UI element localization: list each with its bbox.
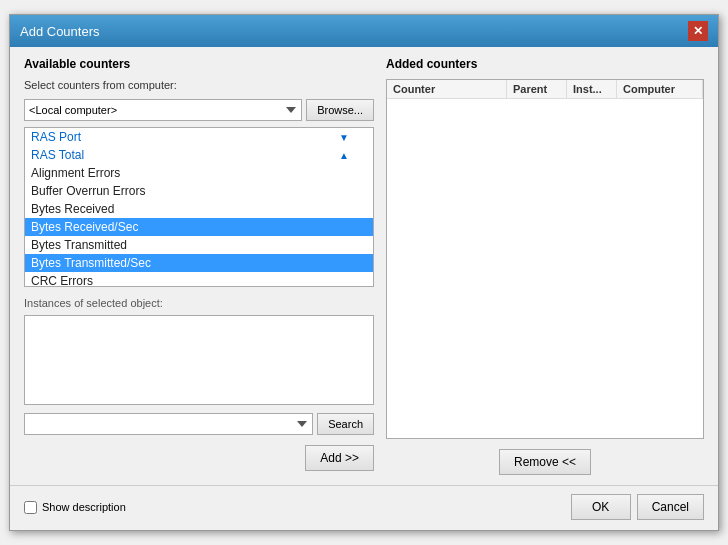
counter-item-bytes-transmitted[interactable]: Bytes Transmitted: [25, 236, 373, 254]
added-counters-table: Counter Parent Inst... Computer: [386, 79, 704, 439]
counter-item-bytes-transmitted-sec[interactable]: Bytes Transmitted/Sec: [25, 254, 373, 272]
computer-row: <Local computer> Browse...: [24, 99, 374, 121]
show-description-checkbox[interactable]: [24, 501, 37, 514]
dialog-title: Add Counters: [20, 24, 100, 39]
table-body: [387, 99, 703, 438]
counter-group-ras-port[interactable]: RAS Port ▼: [25, 128, 373, 146]
col-computer: Computer: [617, 80, 703, 98]
search-button[interactable]: Search: [317, 413, 374, 435]
instances-label: Instances of selected object:: [24, 297, 374, 309]
add-button[interactable]: Add >>: [305, 445, 374, 471]
counters-list[interactable]: RAS Port ▼ RAS Total ▲ Alignment Errors …: [24, 127, 374, 287]
show-description-row: Show description: [24, 501, 126, 514]
cancel-button[interactable]: Cancel: [637, 494, 704, 520]
counter-item-alignment-errors[interactable]: Alignment Errors: [25, 164, 373, 182]
counter-group-ras-total[interactable]: RAS Total ▲: [25, 146, 373, 164]
add-counters-dialog: Add Counters ✕ Available counters Select…: [9, 14, 719, 531]
counter-item-bytes-received[interactable]: Bytes Received: [25, 200, 373, 218]
footer-buttons: OK Cancel: [571, 494, 704, 520]
added-counters-title: Added counters: [386, 57, 704, 71]
remove-button[interactable]: Remove <<: [499, 449, 591, 475]
col-instance: Inst...: [567, 80, 617, 98]
browse-button[interactable]: Browse...: [306, 99, 374, 121]
col-counter: Counter: [387, 80, 507, 98]
instances-box[interactable]: [24, 315, 374, 405]
show-description-label[interactable]: Show description: [42, 501, 126, 513]
dialog-content: Available counters Select counters from …: [10, 47, 718, 485]
col-parent: Parent: [507, 80, 567, 98]
table-header: Counter Parent Inst... Computer: [387, 80, 703, 99]
select-computer-label: Select counters from computer:: [24, 79, 374, 91]
title-bar: Add Counters ✕: [10, 15, 718, 47]
add-row: Add >>: [24, 445, 374, 471]
right-panel: Added counters Counter Parent Inst... Co…: [386, 57, 704, 475]
dialog-footer: Show description OK Cancel: [10, 485, 718, 530]
left-panel: Available counters Select counters from …: [24, 57, 374, 475]
remove-row: Remove <<: [386, 449, 704, 475]
counter-item-buffer-overrun-errors[interactable]: Buffer Overrun Errors: [25, 182, 373, 200]
close-button[interactable]: ✕: [688, 21, 708, 41]
computer-select[interactable]: <Local computer>: [24, 99, 302, 121]
counter-item-crc-errors[interactable]: CRC Errors: [25, 272, 373, 287]
search-select[interactable]: [24, 413, 313, 435]
available-counters-title: Available counters: [24, 57, 374, 71]
search-row: Search: [24, 413, 374, 435]
counter-item-bytes-received-sec[interactable]: Bytes Received/Sec: [25, 218, 373, 236]
ok-button[interactable]: OK: [571, 494, 631, 520]
